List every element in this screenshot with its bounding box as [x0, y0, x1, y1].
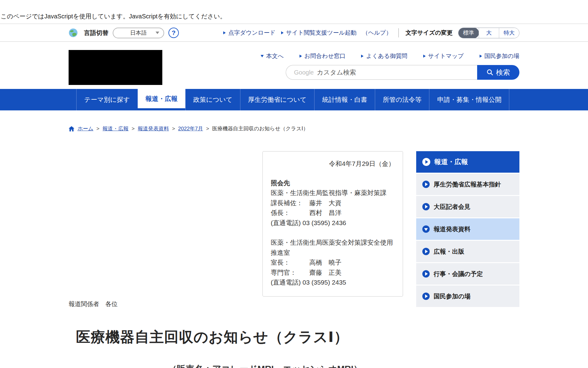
contact-dept2-tel: (直通電話) 03 (3595) 2435 — [271, 278, 395, 288]
nav-item-statistics[interactable]: 統計情報・白書 — [314, 89, 375, 110]
breadcrumb-current-page: 医療機器自主回収のお知らせ（クラスⅠ） — [212, 125, 308, 132]
utility-bar: 言語切替 日本語 ? 点字ダウンロード サイト閲覧支援ツール起動 （ヘルプ） 文… — [0, 24, 588, 42]
google-brand-mark: Google — [294, 69, 314, 76]
sidebar-item-citizen-participation[interactable]: 国民参加の場 — [416, 285, 519, 307]
search-button-label: 検索 — [496, 68, 510, 77]
arrow-right-icon — [423, 55, 426, 58]
circle-arrow-right-icon — [422, 270, 430, 278]
browsing-support-tool-link[interactable]: サイト閲覧支援ツール起動 （ヘルプ） — [281, 29, 392, 37]
breadcrumb-separator: > — [96, 126, 100, 132]
page-title: 医療機器自主回収のお知らせ（クラスⅠ） — [76, 328, 349, 347]
page-subtitle-partial: （販売名：アコレードMRI エッセンシオMRI） — [168, 363, 362, 368]
chevron-down-icon — [156, 32, 159, 34]
breadcrumb-separator: > — [172, 126, 175, 132]
faq-link[interactable]: よくある御質問 — [361, 52, 407, 60]
citizen-participation-label: 国民参加の場 — [484, 52, 519, 60]
breadcrumb: ホーム > 報道・広報 > 報道発表資料 > 2022年7月 > 医療機器自主回… — [69, 125, 308, 132]
circle-arrow-right-icon — [422, 158, 430, 166]
arrow-right-icon — [223, 31, 226, 34]
contact-info-box: 令和4年7月29日（金） 照会先 医薬・生活衛生局監視指導・麻薬対策課 課長補佐… — [262, 151, 403, 297]
contact-window-link[interactable]: お問合わせ窓口 — [300, 52, 345, 60]
arrow-right-icon — [281, 31, 284, 34]
circle-arrow-right-icon — [422, 181, 430, 188]
release-date: 令和4年7月29日（金） — [271, 159, 395, 169]
sidebar-item-label: 行事・会議の予定 — [434, 270, 483, 278]
arrow-down-icon — [261, 55, 264, 57]
sidebar-item-press-releases[interactable]: 報道発表資料 — [416, 217, 519, 240]
to-main-content-link[interactable]: 本文へ — [261, 52, 284, 60]
breadcrumb-2022-07[interactable]: 2022年7月 — [178, 125, 203, 132]
sidebar-item-label: 報道発表資料 — [434, 225, 470, 233]
sidebar-header-press[interactable]: 報道・広報 — [416, 151, 519, 173]
site-logo[interactable] — [69, 50, 162, 85]
language-select[interactable]: 日本語 — [113, 28, 164, 38]
to-main-content-label: 本文へ — [266, 52, 284, 60]
globe-icon — [69, 28, 78, 37]
contact-heading: 照会先 — [271, 178, 395, 188]
contact-dept2: 医薬・生活衛生局医薬安全対策課安全使用推進室 — [271, 238, 395, 258]
braille-download-link[interactable]: 点字ダウンロード — [223, 29, 275, 37]
circle-arrow-right-icon — [422, 293, 430, 300]
sidebar-header-label: 報道・広報 — [434, 157, 468, 167]
home-icon — [69, 126, 74, 132]
sidebar-item-pr-basic-policy[interactable]: 厚生労働省広報基本指針 — [416, 173, 519, 195]
circle-arrow-right-icon — [422, 248, 430, 255]
search-input[interactable]: Google カスタム検索 — [286, 65, 477, 80]
sitemap-link[interactable]: サイトマップ — [423, 52, 464, 60]
contact-dept2-line1: 室長： 高橋 曉子 — [271, 258, 395, 268]
font-size-extra-large-button[interactable]: 特大 — [499, 28, 519, 38]
font-size-standard-button[interactable]: 標準 — [458, 28, 479, 38]
addressee-line: 報道関係者 各位 — [69, 300, 118, 308]
font-size-change-label: 文字サイズの変更 — [405, 29, 453, 37]
arrow-right-icon — [480, 55, 482, 58]
search-placeholder: カスタム検索 — [317, 68, 356, 77]
sidebar-item-events-meetings[interactable]: 行事・会議の予定 — [416, 262, 519, 285]
font-size-large-button[interactable]: 大 — [479, 28, 499, 38]
help-button[interactable]: ? — [168, 28, 179, 38]
contact-dept1-tel: (直通電話) 03 (3595) 2436 — [271, 218, 395, 228]
search-button[interactable]: 検索 — [477, 65, 519, 80]
nav-item-press[interactable]: 報道・広報 — [138, 89, 185, 108]
sidebar: 報道・広報 厚生労働省広報基本指針 大臣記者会見 報道発表資料 広報・出版 行事… — [416, 151, 519, 307]
nav-item-applications[interactable]: 申請・募集・情報公開 — [429, 89, 509, 110]
arrow-right-icon — [300, 55, 302, 58]
faq-label: よくある御質問 — [366, 52, 407, 60]
circle-arrow-right-icon — [422, 203, 430, 210]
nav-item-policies[interactable]: 政策について — [185, 89, 240, 110]
divider — [398, 28, 399, 37]
circle-arrow-down-icon — [422, 225, 430, 233]
language-switch-label: 言語切替 — [84, 29, 108, 37]
javascript-notice: このページではJavaScriptを使用しています。JavaScriptを有効に… — [0, 0, 588, 24]
sidebar-item-label: 厚生労働省広報基本指針 — [434, 180, 501, 189]
nav-item-themes[interactable]: テーマ別に探す — [76, 89, 138, 110]
search-icon — [487, 69, 493, 76]
arrow-right-icon — [361, 55, 364, 58]
citizen-participation-link[interactable]: 国民参加の場 — [480, 52, 519, 60]
breadcrumb-home[interactable]: ホーム — [77, 125, 93, 132]
breadcrumb-press-releases[interactable]: 報道発表資料 — [138, 125, 169, 132]
sidebar-item-label: 国民参加の場 — [434, 292, 470, 301]
font-size-group: 標準 大 特大 — [458, 28, 519, 38]
breadcrumb-separator: > — [132, 126, 135, 132]
breadcrumb-press[interactable]: 報道・広報 — [103, 125, 129, 132]
contact-dept1-line2: 係長： 西村 昌洋 — [271, 208, 395, 218]
sidebar-item-pr-publishing[interactable]: 広報・出版 — [416, 240, 519, 262]
header-links: 本文へ お問合わせ窓口 よくある御質問 サイトマップ 国民参加の場 — [261, 52, 519, 60]
contact-dept1-line1: 課長補佐： 藤井 大資 — [271, 198, 395, 208]
contact-window-label: お問合わせ窓口 — [304, 52, 345, 60]
sidebar-item-minister-press-conference[interactable]: 大臣記者会見 — [416, 195, 519, 217]
browsing-support-tool-label: サイト閲覧支援ツール起動 （ヘルプ） — [286, 29, 392, 37]
breadcrumb-separator: > — [206, 126, 209, 132]
language-selected-value: 日本語 — [130, 29, 147, 36]
braille-download-label: 点字ダウンロード — [228, 29, 275, 37]
nav-item-about-mhlw[interactable]: 厚生労働省について — [240, 89, 314, 110]
contact-dept1: 医薬・生活衛生局監視指導・麻薬対策課 — [271, 188, 395, 198]
site-header: 本文へ お問合わせ窓口 よくある御質問 サイトマップ 国民参加の場 Google — [69, 42, 519, 89]
nav-item-laws[interactable]: 所管の法令等 — [375, 89, 429, 110]
sitemap-label: サイトマップ — [428, 52, 464, 60]
sidebar-item-label: 広報・出版 — [434, 247, 464, 256]
sidebar-item-label: 大臣記者会見 — [434, 203, 470, 211]
global-nav: テーマ別に探す 報道・広報 政策について 厚生労働省について 統計情報・白書 所… — [0, 89, 588, 110]
contact-dept2-line2: 専門官： 齋藤 正美 — [271, 268, 395, 278]
